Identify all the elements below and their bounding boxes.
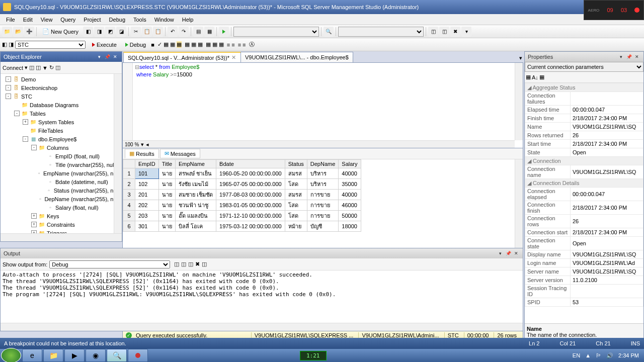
grid-cell[interactable]: นาย — [158, 168, 175, 179]
tree-node[interactable]: -🗄Demo — [2, 75, 121, 83]
tree-node[interactable]: ▫EmpID (float, null) — [2, 152, 121, 160]
grid-cell[interactable]: สมชาย เช็มชัด — [176, 190, 216, 200]
grid-cell[interactable]: สมรส — [285, 168, 307, 179]
filter-icon[interactable]: ▼ — [42, 65, 48, 71]
execute-button[interactable]: Execute — [89, 41, 120, 49]
tb-icon[interactable]: ▦ — [212, 41, 217, 48]
column-header[interactable]: Title — [158, 160, 175, 168]
copy-icon[interactable]: 📋 — [142, 27, 152, 37]
column-header[interactable]: Salary — [339, 160, 361, 168]
clear-icon[interactable]: ✖ — [195, 261, 200, 267]
menu-file[interactable]: File — [2, 16, 19, 24]
uncomment-icon[interactable]: ≡ — [243, 42, 246, 48]
tb-icon[interactable]: ◫ — [428, 27, 438, 37]
grid-cell[interactable]: 1975-03-12 00:00:00.000 — [216, 221, 285, 232]
tb-icon[interactable]: ◩ — [105, 27, 115, 37]
row-header[interactable]: 1 — [123, 168, 135, 179]
row-header[interactable]: 6 — [123, 221, 135, 232]
grid-cell[interactable]: 1960-05-20 00:00:00.000 — [216, 168, 285, 179]
cut-icon[interactable]: ✂ — [131, 27, 141, 37]
taskbar-chrome-icon[interactable]: ◉ — [86, 349, 106, 362]
column-header[interactable]: DepName — [307, 160, 339, 168]
pin-icon[interactable]: 📌 — [625, 53, 632, 60]
grid-cell[interactable]: บัญชี — [307, 221, 339, 232]
grid-cell[interactable]: บิลลี่ โอเค — [176, 221, 216, 232]
tb-icon[interactable]: ◫ — [29, 64, 34, 71]
menu-query[interactable]: Query — [56, 16, 79, 24]
grid-cell[interactable]: นาย — [158, 221, 175, 232]
tb-icon[interactable]: ▦ — [204, 27, 214, 37]
grid-cell[interactable]: 1983-01-05 00:00:00.000 — [216, 200, 285, 211]
categorize-icon[interactable]: ▦ — [526, 74, 531, 80]
tb-icon[interactable]: 🔍 — [324, 27, 334, 37]
tb-icon[interactable]: ▤ — [193, 27, 203, 37]
grid-cell[interactable]: นาย — [158, 211, 175, 221]
row-header[interactable]: 4 — [123, 200, 135, 211]
taskbar-media-icon[interactable]: ▶ — [64, 349, 85, 362]
dropdown-icon[interactable]: ▾ — [497, 250, 504, 257]
grid-cell[interactable]: 35000 — [339, 179, 361, 190]
tb-icon[interactable]: ◫ — [188, 261, 193, 267]
grid-cell[interactable]: หม้าย — [285, 221, 307, 232]
tree-node[interactable]: -▦dbo.Employee$ — [2, 135, 121, 143]
tb-icon[interactable]: ▾ — [461, 27, 471, 37]
tab-results[interactable]: ▦Results — [125, 149, 159, 158]
tb-icon[interactable]: Ⓐ — [249, 41, 255, 48]
grid-cell[interactable]: การขาย — [307, 190, 339, 200]
tab-employee[interactable]: V9UOM1GLZSI1RWL\... - dbo.Employee$ — [240, 52, 353, 62]
menu-help[interactable]: Help — [178, 16, 198, 24]
output-text[interactable]: Auto-attach to process '[2724] [SQL] V9U… — [1, 270, 523, 323]
grid-cell[interactable]: ชวนฟ้า น่าชู — [176, 200, 216, 211]
grid-cell[interactable]: 201 — [135, 190, 159, 200]
grid-cell[interactable]: 102 — [135, 179, 159, 190]
debug-button[interactable]: Debug — [122, 41, 149, 49]
tb-icon[interactable]: ▦ — [170, 41, 175, 48]
taskbar-app-icon[interactable]: 🔍 — [107, 349, 127, 362]
taskbar-ie-icon[interactable]: e — [22, 349, 42, 362]
menu-edit[interactable]: Edit — [19, 16, 37, 24]
tb-icon[interactable]: ◧ — [83, 27, 93, 37]
stop-icon[interactable]: ■ — [151, 42, 154, 48]
run-icon[interactable] — [219, 27, 229, 37]
editor-v-scrollbar[interactable] — [515, 63, 523, 140]
tree-h-scrollbar[interactable] — [1, 233, 122, 241]
tab-overflow-icon[interactable]: ▾ — [518, 54, 523, 62]
grid-cell[interactable]: โสด — [285, 200, 307, 211]
tab-sqlquery10[interactable]: SQLQuery10.sql - V...Administrator (53))… — [123, 52, 241, 62]
tb-icon[interactable]: ✖ — [450, 27, 460, 37]
tb-icon[interactable]: ▦ — [206, 41, 211, 48]
tree-node[interactable]: ▫EmpName (nvarchar(255), null) — [2, 169, 121, 177]
grid-cell[interactable]: 18000 — [339, 221, 361, 232]
tree-node[interactable]: 📁FileTables — [2, 126, 121, 135]
column-header[interactable]: EmpID — [135, 160, 159, 168]
grid-cell[interactable]: นาย — [158, 179, 175, 190]
column-header[interactable]: Bdate — [216, 160, 285, 168]
tb-icon[interactable]: ◫ — [36, 64, 41, 71]
tree-node[interactable]: -📁Tables — [2, 109, 121, 118]
menu-project[interactable]: Project — [79, 16, 105, 24]
tb-icon[interactable]: ◫ — [181, 261, 186, 267]
grid-cell[interactable]: 203 — [135, 211, 159, 221]
pin-icon[interactable]: 📌 — [505, 250, 512, 257]
parse-icon[interactable]: ✓ — [157, 41, 162, 48]
tree-node[interactable]: +📁Constraints — [2, 220, 121, 229]
column-header[interactable]: Status — [285, 160, 307, 168]
taskbar-explorer-icon[interactable]: 📁 — [43, 349, 63, 362]
menu-window[interactable]: Window — [150, 16, 178, 24]
close-panel-icon[interactable]: ✕ — [633, 53, 640, 60]
dropdown-icon[interactable]: ▾ — [96, 53, 103, 60]
refresh-icon[interactable]: ↻ — [49, 64, 54, 71]
row-header[interactable]: 5 — [123, 211, 135, 221]
grid-cell[interactable]: รังชัย เมฆไม้ — [176, 179, 216, 190]
sql-editor[interactable]: ⊟select * from Employee$ where Salary >=… — [122, 62, 523, 148]
grid-cell[interactable]: นาย — [158, 200, 175, 211]
column-header[interactable]: EmpName — [176, 160, 216, 168]
open-icon[interactable]: 📂 — [13, 27, 23, 37]
dropdown-icon[interactable]: ▾ — [617, 53, 624, 60]
tb-icon[interactable]: ▦ — [191, 41, 196, 48]
tab-messages[interactable]: ✉Messages — [160, 149, 200, 158]
properties-object-select[interactable]: Current connection parameters — [525, 62, 643, 72]
grid-cell[interactable]: โสด — [285, 179, 307, 190]
grid-cell[interactable]: 46000 — [339, 200, 361, 211]
connect-button[interactable]: Connect — [3, 65, 23, 71]
